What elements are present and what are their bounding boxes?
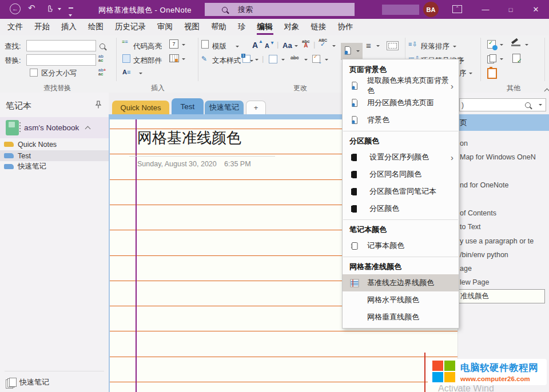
menu-item-grid-horizontal-color[interactable]: 网格水平线颜色 [343, 291, 459, 309]
line-spacing-icon[interactable]: ≡ [366, 41, 371, 50]
menubar-tab-help[interactable]: 帮助 [205, 19, 232, 35]
add-section-tab[interactable]: + [246, 101, 266, 114]
paragraph-sort-button[interactable]: 段落排序 [421, 42, 449, 51]
highlighter-dropdown-icon[interactable] [525, 44, 528, 46]
undo-icon[interactable]: ↶ [28, 3, 35, 13]
touch-mode-icon[interactable] [46, 4, 53, 13]
menu-item-section-color-like-notebook[interactable]: 分区颜色雷同笔记本 [343, 183, 459, 200]
menu-item-section-color[interactable]: 分区颜色 [343, 200, 459, 217]
menu-item-background-color[interactable]: 背景色 [343, 111, 459, 129]
code-highlight-button[interactable]: 代码高亮 [133, 42, 162, 51]
todo-tag-dropdown-icon[interactable] [325, 59, 328, 61]
calendar-date-dropdown-icon[interactable] [182, 44, 185, 46]
find-input[interactable] [26, 40, 96, 51]
web-check-icon[interactable]: ✓ [487, 40, 496, 49]
line-spacing-dropdown-icon[interactable] [376, 45, 380, 47]
page-color-dropdown-icon[interactable] [356, 50, 360, 52]
page-tab-test[interactable]: Test [172, 98, 204, 114]
section-item-test[interactable]: Test [0, 150, 109, 161]
page-title[interactable]: 网格基准线颜色 [137, 128, 241, 148]
shrink-font-icon[interactable]: A [265, 42, 269, 49]
sorted-list-icon[interactable]: A≡ [122, 69, 130, 75]
border-box-icon[interactable] [269, 55, 277, 63]
text-style-button[interactable]: 文本样式 [212, 56, 241, 66]
selection-marquee-icon[interactable] [387, 41, 399, 50]
page-list-item[interactable]: y use a paragraph or te [460, 237, 534, 245]
menu-item-baseline-left-border-color[interactable]: 基准线左边界线颜色 [343, 274, 459, 291]
spell-check-dropdown-icon[interactable] [332, 45, 336, 47]
phonetic-icon[interactable]: abcA [302, 39, 310, 48]
menubar-tab-home[interactable]: 开始 [29, 19, 55, 35]
page-list-item[interactable]: Map for Windows OneN [460, 153, 536, 161]
add-page-row[interactable]: 页 [458, 114, 549, 131]
menubar-tab-draw[interactable]: 绘图 [82, 19, 109, 35]
page-list-item[interactable]: to Text [460, 223, 481, 231]
section-item-quick-notes[interactable]: Quick Notes [0, 139, 109, 150]
border-box-dropdown-icon[interactable] [281, 59, 285, 61]
menubar-tab-history[interactable]: 历史记录 [109, 19, 152, 35]
highlighter-icon[interactable] [511, 40, 520, 46]
sort-row3-dropdown-icon[interactable] [469, 73, 472, 74]
menu-item-same-name-same-color[interactable]: 分区同名同颜色 [343, 166, 459, 183]
quick-access-customize-icon[interactable] [69, 7, 73, 18]
menubar-tab-review[interactable]: 审阅 [152, 19, 178, 35]
menubar-tab-object[interactable]: 对象 [279, 19, 305, 35]
page-search-dropdown-icon[interactable] [539, 104, 542, 106]
numbering-icon[interactable]: 1 [242, 55, 250, 63]
menubar-tab-link[interactable]: 链接 [305, 19, 332, 35]
strikethrough-dropdown-icon[interactable] [304, 59, 308, 61]
menu-item-notebook-color[interactable]: 记事本颜色 [343, 237, 459, 254]
web-check-dropdown-icon[interactable] [500, 44, 503, 46]
page-search-icon[interactable] [525, 102, 531, 108]
page-list-item[interactable]: of Contents [460, 209, 496, 217]
template-dropdown-icon[interactable] [236, 46, 239, 47]
section-item-quick-note-cn[interactable]: 快速笔记 [0, 161, 109, 172]
menubar-tab-insert[interactable]: 插入 [55, 19, 82, 35]
page-tab-quick-note-cn[interactable]: 快速笔记 [205, 101, 244, 114]
menubar-tab-zhen[interactable]: 珍 [232, 19, 252, 35]
change-case-dropdown-icon[interactable] [295, 45, 298, 47]
template-button[interactable]: 模版 [212, 42, 226, 51]
page-list-item[interactable]: on [460, 139, 468, 147]
todo-tag-icon[interactable]: ✓⌄ [312, 55, 320, 63]
bullet-sort-dropdown-icon[interactable] [461, 60, 464, 62]
menubar-tab-edit[interactable]: 编辑 [252, 19, 279, 35]
paragraph-sort-dropdown-icon[interactable] [453, 46, 456, 47]
search-box[interactable]: 搜索 [205, 3, 355, 16]
menubar-tab-collaborate[interactable]: 协作 [332, 19, 359, 35]
touch-mode-dropdown-icon[interactable] [58, 8, 61, 10]
change-case-icon[interactable]: Aa [283, 41, 292, 50]
calendar-table-dropdown-icon[interactable] [182, 58, 185, 60]
menubar-tab-file[interactable]: 文件 [2, 19, 29, 35]
menu-item-grid-vertical-color[interactable]: 网格垂直线颜色 [343, 309, 459, 326]
find-search-icon[interactable] [100, 42, 105, 51]
back-icon[interactable]: ← [10, 3, 21, 14]
collapse-notebook-icon[interactable] [85, 126, 91, 132]
menu-item-set-section-sequence-color[interactable]: 设置分区序列颜色 › [343, 149, 459, 166]
minimize-button[interactable]: — [474, 0, 498, 19]
current-page-item[interactable]: 准线颜色 [458, 289, 545, 303]
sorted-list-dropdown-icon[interactable] [139, 73, 142, 74]
replace-all-icon[interactable]: ab+ac [98, 68, 106, 76]
page-list-item[interactable]: /bin/env python [460, 251, 508, 259]
menubar-tab-view[interactable]: 视图 [178, 19, 205, 35]
notebook-row[interactable]: asm's Notebook [0, 117, 109, 138]
close-button[interactable]: ✕ [524, 0, 548, 19]
numbering-dropdown-icon[interactable] [255, 59, 258, 61]
doc-check-icon[interactable]: ✓ [512, 54, 520, 63]
menu-item-pick-color-fill[interactable]: 提取颜色来填充页面背景色 › [343, 77, 459, 94]
calendar-date-icon[interactable]: 7 [169, 39, 178, 49]
quick-notes-footer[interactable]: 快速笔记 [0, 374, 109, 391]
replace-icon[interactable]: abac [98, 54, 104, 62]
clipboard-icon[interactable] [487, 68, 497, 79]
avatar[interactable]: BA [423, 2, 439, 17]
doc-parts-button[interactable]: 文档部件 [133, 56, 162, 66]
copy-pages-dropdown-icon[interactable] [500, 58, 503, 60]
page-list-item[interactable]: nd for OneNote [460, 181, 508, 189]
grow-font-icon[interactable]: A [252, 41, 258, 50]
page-tab-quick-notes[interactable]: Quick Notes [112, 101, 169, 114]
pin-icon[interactable] [95, 101, 102, 109]
sort-row3-fragment[interactable]: 序 [459, 69, 467, 78]
replace-input[interactable] [26, 54, 96, 66]
page-list-item[interactable]: lew Page [460, 278, 489, 286]
